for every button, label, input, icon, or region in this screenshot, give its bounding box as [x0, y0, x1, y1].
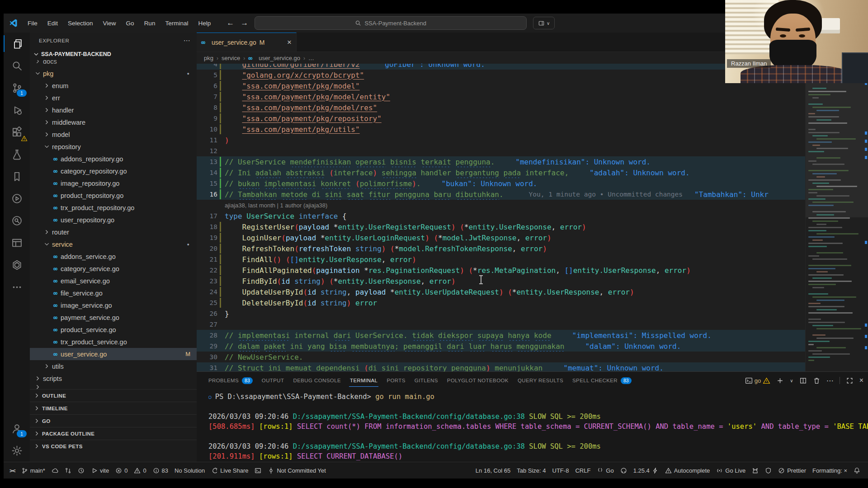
tree-item-clipped[interactable] — [30, 385, 197, 389]
code-line-28[interactable]: 28// implementasi internal dari UserServ… — [197, 330, 868, 341]
tree-item-email-service-go[interactable]: ∞email_service.go — [30, 275, 197, 287]
menu-file[interactable]: File — [24, 18, 42, 28]
forward-icon[interactable]: → — [241, 19, 248, 28]
tree-item-handler[interactable]: handler — [30, 104, 197, 116]
more-actions-icon[interactable]: ⋯ — [183, 37, 190, 45]
panel-tab-problems[interactable]: PROBLEMS83 — [205, 372, 256, 389]
tree-item-category-service-go[interactable]: ∞category_service.go — [30, 263, 197, 275]
extensions-icon[interactable] — [4, 121, 30, 143]
tree-item-image-service-go[interactable]: ∞image_service.go — [30, 299, 197, 311]
more-views-icon[interactable] — [4, 276, 30, 298]
menu-view[interactable]: View — [99, 18, 120, 28]
section-timeline[interactable]: TIMELINE — [30, 402, 197, 414]
tree-item-err[interactable]: err — [30, 92, 197, 104]
breadcrumb-item[interactable]: service — [222, 55, 240, 61]
panel-tab-spell-checker[interactable]: SPELL CHECKER83 — [569, 372, 635, 389]
split-terminal-icon[interactable] — [799, 377, 807, 385]
project-root-item[interactable]: SSA-PAYMENT-BACKEND — [30, 48, 197, 60]
menu-run[interactable]: Run — [140, 18, 160, 28]
source-control-icon[interactable]: 1 — [4, 77, 30, 99]
code-line-8[interactable]: 8 "ssa.com/payment/pkg/model/res" — [197, 102, 868, 113]
code-line-27[interactable]: 27 — [197, 319, 868, 330]
tree-item-file-service-go[interactable]: ∞file_service.go — [30, 287, 197, 299]
accounts-icon[interactable]: 1 — [4, 418, 30, 440]
maximize-panel-icon[interactable] — [846, 377, 854, 385]
openai-icon[interactable] — [4, 254, 30, 276]
new-terminal-icon[interactable] — [776, 377, 784, 385]
code-line-10[interactable]: 10 "ssa.com/payment/pkg/utils" — [197, 124, 868, 135]
prettier-status[interactable]: Prettier — [775, 467, 809, 474]
code-line-31[interactable]: 31// Struct ini memuat dependensi (di si… — [197, 362, 868, 371]
tree-item-enum[interactable]: enum — [30, 80, 197, 92]
code-area[interactable]: 4 github.com/gofiber/fiber/v2"goFiber": … — [197, 64, 868, 371]
section-go[interactable]: GO — [30, 414, 197, 427]
go-version[interactable]: 1.25.4 — [630, 467, 662, 474]
indentation[interactable]: Tab Size: 4 — [514, 467, 549, 474]
code-line-19[interactable]: 19 LoginUser(payload *entity.UserLoginRe… — [197, 232, 868, 243]
code-line-30[interactable]: 30// NewUserService. — [197, 352, 868, 362]
layout-toggle-button[interactable]: ∨ — [533, 17, 555, 29]
explorer-icon[interactable] — [4, 33, 30, 55]
tree-item-router[interactable]: router — [30, 226, 197, 238]
run-task-vite[interactable]: vite — [88, 467, 112, 474]
tree-item-trx-product-repository-go[interactable]: ∞trx_product_repository.go — [30, 202, 197, 214]
publish-icon[interactable] — [48, 467, 61, 474]
breadcrumb-item[interactable]: pkg — [204, 55, 213, 61]
tree-item-user-service-go[interactable]: ∞user_service.goM — [30, 348, 197, 360]
git-branch-item[interactable]: main* — [18, 467, 48, 474]
code-review-icon[interactable] — [4, 210, 30, 232]
code-line-11[interactable]: 11) — [197, 135, 868, 145]
github-icon[interactable] — [617, 467, 630, 474]
code-line-20[interactable]: 20 RefreshToken(refreshToken string) (*m… — [197, 243, 868, 254]
tree-item-service[interactable]: service● — [30, 238, 197, 250]
live-share[interactable]: Live Share — [208, 467, 251, 474]
launch-profile-chevron-icon[interactable]: ∨ — [790, 378, 793, 383]
panel-tab-gitlens[interactable]: GITLENS — [411, 372, 442, 389]
tree-item-scripts[interactable]: scripts — [30, 372, 197, 385]
code-line-29[interactable]: 29// dalam paket ini yang bisa membuatny… — [197, 341, 868, 352]
tree-item-model[interactable]: model — [30, 128, 197, 141]
formatting-status[interactable]: Formatting: × — [809, 467, 850, 474]
menu-edit[interactable]: Edit — [43, 18, 62, 28]
tree-item-pkg[interactable]: pkg● — [30, 67, 197, 80]
encoding[interactable]: UTF-8 — [549, 467, 572, 474]
command-decoration-icon[interactable]: ○ — [208, 394, 212, 400]
warnings-count[interactable]: 0 — [131, 467, 149, 474]
menu-selection[interactable]: Selection — [64, 18, 97, 28]
tree-item-addons-repository-go[interactable]: ∞addons_repository.go — [30, 153, 197, 165]
section-outline[interactable]: OUTLINE — [30, 389, 197, 402]
code-line-16[interactable]: 16// Tambahkan metode di sini saat fitur… — [197, 189, 868, 200]
terminal-status-icon[interactable] — [251, 467, 264, 474]
codelens-blame[interactable]: ajiaja38, last month | 1 author (ajiaja3… — [197, 200, 868, 211]
close-panel-icon[interactable]: × — [859, 376, 863, 385]
close-tab-icon[interactable]: × — [287, 38, 292, 47]
solution-status[interactable]: No Solution — [171, 467, 208, 474]
panel-tab-terminal[interactable]: TERMINAL — [346, 372, 381, 389]
minimap[interactable] — [805, 64, 868, 371]
tree-item-product-repository-go[interactable]: ∞product_repository.go — [30, 189, 197, 202]
test-beaker-icon[interactable] — [4, 143, 30, 165]
tree-item-category-repository-go[interactable]: ∞category_repository.go — [30, 165, 197, 177]
notifications-bell-icon[interactable] — [850, 467, 863, 474]
tree-item-trx-product-service-go[interactable]: ∞trx_product_service.go — [30, 336, 197, 348]
panel-tab-ports[interactable]: PORTS — [383, 372, 409, 389]
run-circle-icon[interactable] — [4, 188, 30, 210]
back-icon[interactable]: ← — [226, 19, 234, 28]
more-actions-icon[interactable]: ⋯ — [826, 376, 834, 385]
panel-tab-query-results[interactable]: QUERY RESULTS — [514, 372, 567, 389]
shell-selector[interactable]: go — [745, 377, 770, 385]
settings-gear-icon[interactable] — [4, 440, 30, 462]
tree-item-image-repository-go[interactable]: ∞image_repository.go — [30, 177, 197, 189]
tree-item-payment-service-go[interactable]: ∞payment_service.go — [30, 311, 197, 324]
code-line-9[interactable]: 9 "ssa.com/payment/pkg/repository" — [197, 113, 868, 124]
breadcrumb-item[interactable]: … — [308, 55, 314, 61]
code-line-12[interactable]: 12 — [197, 145, 868, 156]
autocomplete-status[interactable]: Autocomplete — [662, 467, 713, 474]
menu-terminal[interactable]: Terminal — [161, 18, 192, 28]
minimap-slider[interactable] — [806, 64, 868, 217]
code-line-18[interactable]: 18 RegisterUser(payload *entity.UserRegi… — [197, 221, 868, 232]
section-vs-code-pets[interactable]: VS CODE PETS — [30, 440, 197, 452]
commit-status[interactable]: Not Committed Yet — [264, 467, 329, 474]
tab-user-service-go[interactable]: ∞ user_service.go M × — [197, 33, 297, 52]
errors-count[interactable]: 0 — [112, 467, 131, 474]
